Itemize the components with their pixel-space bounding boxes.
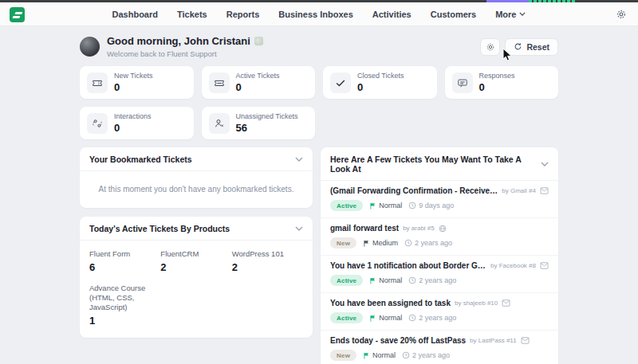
product-fluentcrm: FluentCRM 2 — [160, 249, 231, 273]
nav-item-reports[interactable]: Reports — [226, 10, 260, 19]
greeting-header: Good morning, John Cristani Welcome back… — [80, 35, 558, 58]
stat-value: 0 — [114, 122, 152, 134]
ticket-subject-link[interactable]: (Gmail Forwarding Confirmation - Receive… — [330, 186, 498, 195]
stat-label: Closed Tickets — [357, 72, 404, 80]
suggested-tickets-card: Here Are A Few Tickets You May Want To T… — [321, 147, 558, 364]
stat-label: Unassigned Tickets — [236, 112, 298, 120]
priority-label: Normal — [369, 314, 402, 322]
stat-label: Active Tickets — [236, 72, 280, 80]
stat-card-new-tickets: New Tickets 0 — [80, 66, 194, 99]
ticket-meta: by LastPass #11 — [470, 337, 517, 344]
nav-menu: Dashboard Tickets Reports Business Inbox… — [112, 10, 526, 19]
ticket-age: 2 years ago — [408, 314, 456, 322]
clock-icon — [408, 314, 416, 322]
ticket-meta: by Facebook #8 — [490, 262, 536, 269]
reset-button[interactable]: Reset — [505, 38, 558, 56]
ticket-icon — [92, 77, 103, 88]
email-icon — [540, 187, 549, 194]
nav-item-dashboard[interactable]: Dashboard — [112, 10, 158, 19]
priority-label: Medium — [363, 239, 398, 247]
dashboard-settings-button[interactable] — [480, 38, 500, 56]
globe-icon — [439, 225, 447, 233]
reset-icon — [514, 42, 522, 51]
user-avatar[interactable] — [80, 37, 100, 57]
stat-label: New Tickets — [114, 72, 153, 80]
top-navigation: Dashboard Tickets Reports Business Inbox… — [0, 2, 638, 26]
product-name: FluentCRM — [160, 249, 230, 259]
nav-item-tickets[interactable]: Tickets — [177, 10, 207, 19]
product-name: Advance Course (HTML, CSS, JavaScript) — [89, 284, 160, 312]
ticket-subject-link[interactable]: You have been assigned to task — [330, 299, 451, 307]
progress-purple-segment — [486, 0, 529, 2]
nav-item-customers[interactable]: Customers — [431, 10, 476, 19]
ticket-row[interactable]: (Gmail Forwarding Confirmation - Receive… — [321, 181, 558, 218]
wave-emoji-icon — [254, 37, 263, 45]
ticket-row[interactable]: gmail forward test by arabi #5 New Mediu… — [321, 218, 558, 256]
priority-label: Normal — [369, 276, 402, 284]
product-advance-course-html-css-javascript: Advance Course (HTML, CSS, JavaScript) 1 — [89, 284, 160, 327]
recording-progress-bar — [0, 0, 638, 2]
priority-label: Normal — [363, 351, 396, 359]
ticket-age: 9 days ago — [408, 202, 454, 209]
product-wordpress-101: WordPress 101 2 — [232, 249, 303, 273]
stat-label: Interactions — [114, 112, 152, 120]
greeting-subtitle: Welcome back to Fluent Support — [107, 49, 263, 58]
nav-item-activities[interactable]: Activities — [372, 10, 412, 19]
settings-gear-icon[interactable] — [616, 9, 627, 20]
bookmarked-empty-message: At this moment you don't have any bookma… — [80, 171, 313, 208]
chevron-down-icon[interactable] — [295, 226, 303, 231]
ticket-subject-link[interactable]: Ends today - save 20% off LastPass — [330, 336, 466, 345]
clock-icon — [408, 202, 416, 209]
product-name: Fluent Form — [89, 249, 160, 259]
stat-value: 0 — [236, 81, 280, 93]
ticket-subject-link[interactable]: gmail forward test — [330, 224, 399, 233]
status-badge: Active — [330, 200, 363, 211]
stat-card-responses: Responses 0 — [445, 66, 559, 99]
chevron-down-icon[interactable] — [541, 162, 549, 166]
check-icon — [335, 77, 346, 88]
suggested-tickets-title: Here Are A Few Tickets You May Want To T… — [330, 155, 541, 174]
clock-icon — [404, 239, 412, 247]
product-count: 1 — [89, 315, 160, 327]
status-badge: Active — [330, 275, 363, 286]
stat-value: 0 — [114, 81, 153, 93]
products-tickets-card: Today's Active Tickets By Products Fluen… — [80, 217, 313, 338]
product-name: WordPress 101 — [232, 249, 302, 259]
priority-flag-icon — [369, 315, 376, 322]
ticket-meta: by Gmail #4 — [502, 187, 536, 194]
reset-label: Reset — [526, 42, 549, 52]
clock-icon — [402, 351, 410, 359]
progress-green-segment — [529, 0, 577, 2]
ticket-active-icon — [214, 77, 225, 88]
email-icon — [521, 337, 530, 344]
ticket-row[interactable]: You have 1 notification about Border Gua… — [321, 256, 558, 293]
ticket-age: 2 years ago — [408, 276, 456, 284]
ticket-age: 2 years ago — [402, 351, 450, 359]
email-icon — [540, 262, 549, 269]
status-badge: New — [330, 350, 356, 361]
nav-item-more[interactable]: More — [495, 10, 526, 19]
chevron-down-icon[interactable] — [295, 157, 303, 162]
ticket-meta: by shajeeb #10 — [455, 299, 498, 307]
stat-label: Responses — [479, 72, 515, 80]
products-list: Fluent Form 6 FluentCRM 2 WordPress 101 … — [80, 241, 313, 338]
ticket-subject-link[interactable]: You have 1 notification about Border Gua… — [330, 261, 486, 270]
stat-value: 0 — [479, 81, 515, 93]
stat-card-interactions: Interactions 0 — [80, 107, 194, 139]
priority-flag-icon — [363, 352, 370, 359]
product-count: 2 — [232, 261, 303, 273]
bookmarked-tickets-title: Your Bookmarked Tickets — [89, 155, 192, 164]
ticket-row[interactable]: Ends today - save 20% off LastPass by La… — [321, 331, 558, 364]
stat-value: 56 — [236, 122, 298, 134]
nav-item-business-inboxes[interactable]: Business Inboxes — [278, 10, 353, 19]
fluent-support-logo[interactable] — [10, 7, 25, 22]
chevron-down-icon — [519, 12, 526, 16]
ticket-row[interactable]: You have been assigned to task by shajee… — [321, 293, 558, 331]
product-count: 2 — [160, 261, 231, 273]
chat-bubble-icon — [457, 77, 468, 88]
priority-label: Normal — [369, 202, 402, 209]
priority-flag-icon — [369, 202, 376, 209]
email-icon — [502, 299, 510, 307]
unassigned-user-icon — [214, 118, 225, 129]
ticket-age: 2 years ago — [404, 239, 452, 247]
